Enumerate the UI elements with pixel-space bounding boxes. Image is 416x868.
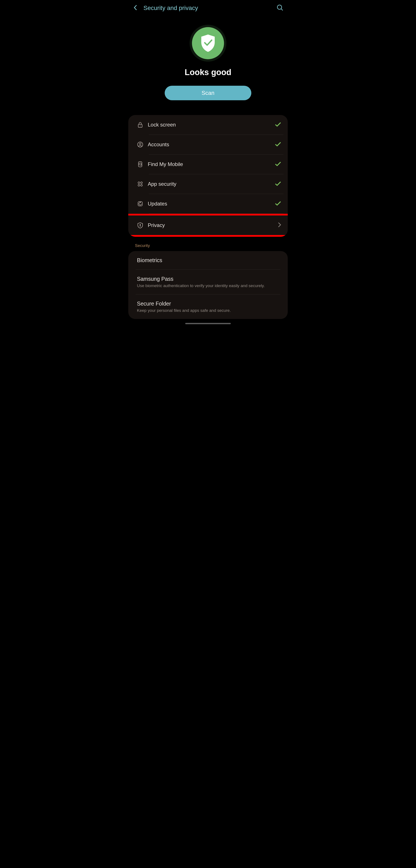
svg-point-5 [139, 143, 141, 145]
section-header-security: Security [126, 237, 290, 251]
item-label: Accounts [148, 142, 275, 148]
svg-point-14 [140, 224, 141, 225]
svg-point-15 [140, 225, 141, 226]
svg-line-1 [281, 9, 283, 10]
user-circle-icon [133, 141, 148, 148]
item-title: Samsung Pass [137, 276, 279, 282]
find-phone-icon [133, 161, 148, 167]
svg-point-12 [141, 184, 142, 186]
shield-badge [189, 25, 227, 62]
item-updates[interactable]: Updates [128, 194, 288, 214]
svg-point-9 [138, 182, 140, 184]
page-title: Security and privacy [143, 5, 271, 11]
item-label: Find My Mobile [148, 161, 275, 167]
item-app-security[interactable]: App security [128, 174, 288, 194]
item-label: Lock screen [148, 122, 275, 128]
svg-point-10 [141, 182, 142, 184]
search-icon[interactable] [277, 4, 283, 12]
item-find-my-mobile[interactable]: Find My Mobile [128, 155, 288, 174]
update-icon [133, 200, 148, 207]
item-title: Secure Folder [137, 301, 279, 307]
settings-card: Lock screen Accounts Find My Mobile App … [128, 115, 288, 237]
check-icon [275, 142, 281, 147]
svg-point-11 [138, 184, 140, 186]
check-icon [275, 201, 281, 207]
check-icon [275, 161, 281, 167]
privacy-shield-icon [133, 222, 148, 228]
item-privacy[interactable]: Privacy [128, 215, 288, 235]
apps-icon [133, 181, 148, 187]
security-status-panel: Looks good Scan [126, 16, 290, 111]
highlight-annotation: Privacy [128, 214, 288, 237]
scan-button[interactable]: Scan [165, 86, 251, 100]
item-label: App security [148, 181, 275, 187]
page-header: Security and privacy [126, 0, 290, 16]
nav-indicator [185, 323, 231, 324]
chevron-right-icon [278, 222, 281, 228]
item-biometrics[interactable]: Biometrics [128, 251, 288, 270]
item-lock-screen[interactable]: Lock screen [128, 115, 288, 134]
item-label: Privacy [148, 222, 278, 228]
item-title: Biometrics [137, 257, 279, 264]
security-card: Biometrics Samsung Pass Use biometric au… [128, 251, 288, 319]
status-message: Looks good [184, 68, 231, 77]
item-accounts[interactable]: Accounts [128, 135, 288, 154]
check-icon [275, 122, 281, 128]
check-icon [275, 181, 281, 187]
item-samsung-pass[interactable]: Samsung Pass Use biometric authenticatio… [128, 270, 288, 294]
lock-icon [133, 122, 148, 128]
svg-point-0 [277, 5, 282, 9]
item-subtitle: Keep your personal files and apps safe a… [137, 308, 279, 313]
item-subtitle: Use biometric authentication to verify y… [137, 283, 279, 288]
item-label: Updates [148, 201, 275, 207]
item-secure-folder[interactable]: Secure Folder Keep your personal files a… [128, 294, 288, 319]
svg-line-8 [141, 165, 141, 165]
back-icon[interactable] [133, 5, 138, 11]
